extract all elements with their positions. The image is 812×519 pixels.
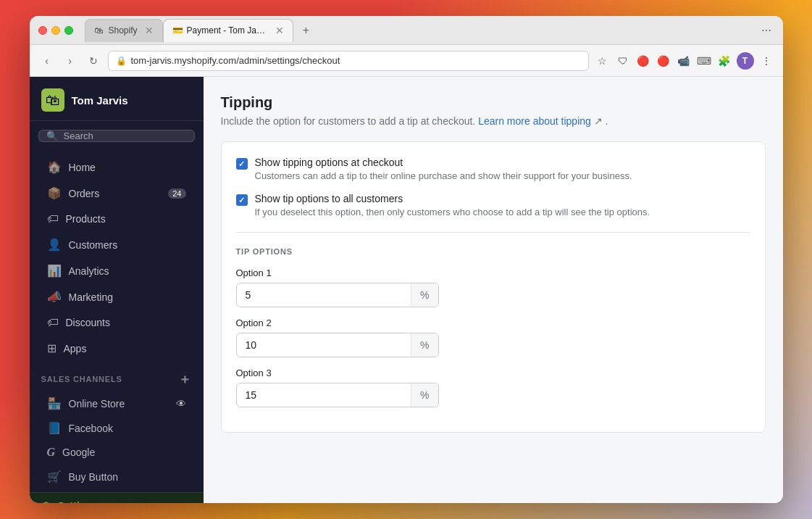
sidebar-item-marketing-label: Marketing	[69, 291, 113, 303]
tip-option-1-label: Option 1	[236, 267, 750, 278]
extension4-icon[interactable]: ⌨	[696, 53, 712, 69]
extensions-icon[interactable]: 🧩	[716, 53, 732, 69]
search-icon: 🔍	[46, 130, 58, 141]
sidebar-item-home-label: Home	[69, 162, 96, 173]
add-sales-channel-button[interactable]: ＋	[178, 370, 192, 388]
buy-button-icon: 🛒	[47, 470, 62, 483]
close-button[interactable]	[38, 26, 47, 35]
forward-button[interactable]: ›	[62, 52, 79, 70]
sidebar-item-products[interactable]: 🏷 Products	[35, 207, 198, 231]
apps-icon: ⊞	[47, 341, 56, 355]
sidebar-item-home[interactable]: 🏠 Home	[35, 154, 198, 180]
tab-payment-favicon: 💳	[172, 25, 183, 36]
sales-channels-label: SALES CHANNELS	[41, 375, 122, 383]
url-text: tom-jarvis.myshopify.com/admin/settings/…	[131, 55, 340, 66]
sidebar-item-customers[interactable]: 👤 Customers	[35, 232, 198, 257]
sidebar-item-online-store[interactable]: 🏪 Online Store 👁	[35, 391, 198, 415]
url-bar[interactable]: 🔒 tom-jarvis.myshopify.com/admin/setting…	[108, 51, 589, 71]
google-icon: G	[47, 446, 56, 459]
learn-more-link[interactable]: Learn more about tipping	[478, 115, 591, 127]
extension3-icon[interactable]: 📹	[676, 53, 692, 69]
more-options-icon[interactable]: ⋮	[758, 53, 774, 69]
sidebar-item-buy-button[interactable]: 🛒 Buy Button	[35, 465, 198, 489]
traffic-lights	[38, 26, 73, 35]
tip-option-1-input[interactable]	[237, 283, 411, 307]
extension1-icon[interactable]: 🔴	[635, 53, 651, 69]
tip-option-1-suffix: %	[411, 283, 438, 307]
home-icon: 🏠	[47, 160, 62, 174]
section-desc-text: Include the option for customers to add …	[221, 115, 476, 127]
maximize-button[interactable]	[64, 26, 73, 35]
browser-window: 🛍 Shopify ✕ 💳 Payment - Tom Jarvis - Che…	[30, 16, 783, 503]
tab-payment-close[interactable]: ✕	[275, 25, 284, 36]
tab-payment[interactable]: 💳 Payment - Tom Jarvis - Check… ✕	[163, 19, 293, 42]
tip-option-1-input-wrap: %	[236, 283, 439, 307]
tip-option-1-row: Option 1 %	[236, 267, 750, 307]
tab-shopify-label: Shopify	[109, 25, 138, 36]
new-tab-button[interactable]: +	[296, 20, 317, 41]
tip-option-2-row: Option 2 %	[236, 317, 750, 357]
tip-option-3-row: Option 3 %	[236, 368, 750, 407]
orders-icon: 📦	[47, 186, 62, 200]
sidebar-item-facebook-label: Facebook	[69, 423, 113, 434]
show-tipping-label: Show tipping options at checkout	[255, 157, 632, 168]
sidebar-item-apps[interactable]: ⊞ Apps	[35, 336, 198, 361]
sidebar-item-facebook[interactable]: 📘 Facebook	[35, 416, 198, 440]
page-title: Tipping	[221, 94, 766, 111]
tip-option-2-suffix: %	[411, 333, 438, 357]
tab-shopify[interactable]: 🛍 Shopify ✕	[85, 19, 163, 42]
facebook-icon: 📘	[47, 421, 62, 435]
sidebar-header: 🛍 Tom Jarvis	[30, 77, 204, 121]
nav-items: 🏠 Home 📦 Orders 24 🏷 Products 👤 Customer…	[30, 151, 204, 492]
online-store-icon: 🏪	[47, 396, 62, 410]
show-tip-all-label: Show tip options to all customers	[255, 193, 650, 204]
sidebar-item-orders[interactable]: 📦 Orders 24	[35, 180, 198, 206]
tip-option-3-input[interactable]	[237, 383, 411, 407]
sidebar-item-buy-button-label: Buy Button	[69, 471, 119, 483]
tip-option-2-input-wrap: %	[236, 333, 439, 357]
show-tip-all-checkbox[interactable]: ✓	[236, 194, 248, 206]
store-name: Tom Jarvis	[72, 94, 128, 107]
sidebar-item-settings[interactable]: ⚙ Settings	[30, 492, 204, 503]
search-placeholder: Search	[64, 130, 93, 141]
profile-avatar[interactable]: T	[737, 52, 754, 70]
show-tip-all-row: ✓ Show tip options to all customers If y…	[236, 193, 750, 217]
sidebar-item-settings-label: Settings	[58, 500, 98, 503]
app-content: 🛍 Tom Jarvis 🔍 Search 🏠 Home 📦 Orders 24	[30, 77, 783, 503]
minimize-button[interactable]	[51, 26, 60, 35]
sidebar: 🛍 Tom Jarvis 🔍 Search 🏠 Home 📦 Orders 24	[30, 77, 204, 503]
tip-option-3-suffix: %	[411, 383, 438, 407]
sidebar-item-customers-label: Customers	[69, 239, 118, 251]
settings-icon: ⚙	[41, 500, 51, 503]
search-bar[interactable]: 🔍 Search	[38, 130, 195, 142]
tab-shopify-close[interactable]: ✕	[145, 25, 154, 36]
reload-button[interactable]: ↻	[85, 52, 102, 70]
shield-icon[interactable]: 🛡	[615, 53, 631, 69]
tip-option-2-input[interactable]	[237, 333, 411, 357]
analytics-icon: 📊	[47, 264, 62, 278]
section-description: Include the option for customers to add …	[221, 115, 766, 127]
tabs-area: 🛍 Shopify ✕ 💳 Payment - Tom Jarvis - Che…	[85, 19, 753, 42]
sidebar-item-discounts[interactable]: 🏷 Discounts	[35, 310, 198, 335]
online-store-view-icon[interactable]: 👁	[176, 398, 186, 410]
main-area: Tipping Include the option for customers…	[204, 77, 783, 503]
external-link-icon: ↗ .	[594, 115, 608, 127]
tip-option-3-label: Option 3	[236, 368, 750, 378]
card-divider	[236, 232, 750, 233]
address-bar: ‹ › ↻ 🔒 tom-jarvis.myshopify.com/admin/s…	[30, 45, 783, 77]
tab-payment-label: Payment - Tom Jarvis - Check…	[187, 25, 268, 36]
sidebar-item-marketing[interactable]: 📣 Marketing	[35, 284, 198, 310]
sidebar-item-analytics[interactable]: 📊 Analytics	[35, 258, 198, 283]
checkmark2-icon: ✓	[238, 196, 245, 205]
menu-button[interactable]: ⋯	[758, 22, 774, 38]
sidebar-item-online-store-label: Online Store	[69, 398, 125, 410]
show-tipping-checkbox[interactable]: ✓	[236, 158, 248, 170]
back-button[interactable]: ‹	[38, 52, 56, 70]
show-tip-all-desc: If you deselect this option, then only c…	[255, 207, 650, 217]
bookmark-icon[interactable]: ☆	[595, 53, 611, 69]
extension2-icon[interactable]: 🔴	[656, 53, 671, 69]
sidebar-item-analytics-label: Analytics	[69, 265, 109, 277]
show-tipping-row: ✓ Show tipping options at checkout Custo…	[236, 157, 750, 181]
sidebar-item-google[interactable]: G Google	[35, 441, 198, 464]
sidebar-item-products-label: Products	[66, 213, 106, 225]
